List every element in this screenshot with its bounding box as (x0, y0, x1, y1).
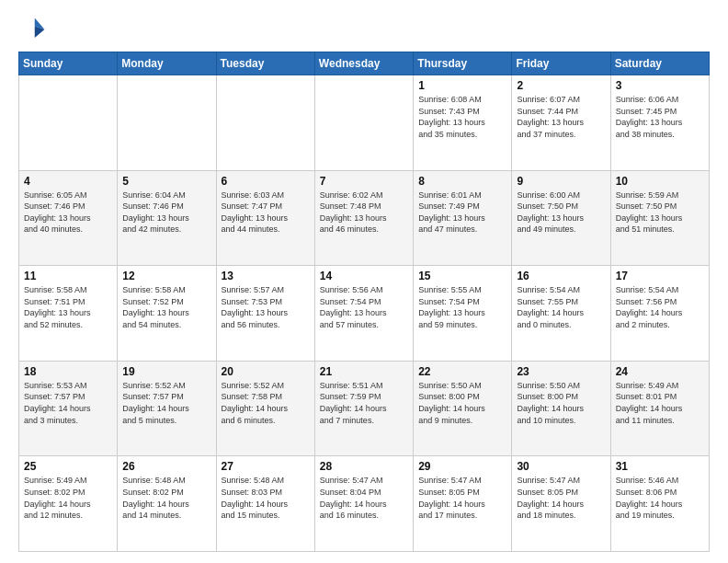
day-info: Sunrise: 6:08 AM Sunset: 7:43 PM Dayligh… (418, 94, 506, 140)
logo-icon (18, 15, 48, 44)
day-info: Sunrise: 5:49 AM Sunset: 8:01 PM Dayligh… (616, 380, 704, 426)
day-number: 13 (222, 270, 310, 282)
calendar-cell: 7Sunrise: 6:02 AM Sunset: 7:48 PM Daylig… (314, 170, 413, 266)
day-info: Sunrise: 5:58 AM Sunset: 7:51 PM Dayligh… (24, 284, 112, 330)
day-number: 3 (616, 79, 704, 92)
calendar-cell: 23Sunrise: 5:50 AM Sunset: 8:00 PM Dayli… (512, 361, 610, 456)
day-info: Sunrise: 5:58 AM Sunset: 7:52 PM Dayligh… (122, 284, 210, 330)
day-number: 21 (320, 365, 408, 378)
day-info: Sunrise: 5:48 AM Sunset: 8:02 PM Dayligh… (122, 475, 210, 521)
day-info: Sunrise: 6:00 AM Sunset: 7:50 PM Dayligh… (517, 190, 605, 236)
day-info: Sunrise: 5:56 AM Sunset: 7:54 PM Dayligh… (320, 284, 408, 330)
day-number: 19 (122, 365, 210, 378)
calendar-cell: 10Sunrise: 5:59 AM Sunset: 7:50 PM Dayli… (610, 170, 709, 266)
weekday-header-row: SundayMondayTuesdayWednesdayThursdayFrid… (19, 52, 710, 75)
calendar-week-row: 1Sunrise: 6:08 AM Sunset: 7:43 PM Daylig… (19, 75, 710, 171)
page: SundayMondayTuesdayWednesdayThursdayFrid… (0, 0, 728, 563)
calendar-week-row: 4Sunrise: 6:05 AM Sunset: 7:46 PM Daylig… (19, 170, 710, 266)
day-number: 15 (418, 270, 506, 282)
day-info: Sunrise: 5:50 AM Sunset: 8:00 PM Dayligh… (418, 380, 506, 426)
day-number: 10 (616, 175, 704, 188)
day-info: Sunrise: 6:05 AM Sunset: 7:46 PM Dayligh… (24, 190, 112, 236)
day-number: 28 (320, 460, 408, 473)
day-info: Sunrise: 6:01 AM Sunset: 7:49 PM Dayligh… (418, 190, 506, 236)
calendar-cell: 27Sunrise: 5:48 AM Sunset: 8:03 PM Dayli… (216, 456, 314, 552)
calendar-cell: 16Sunrise: 5:54 AM Sunset: 7:55 PM Dayli… (512, 266, 610, 362)
calendar-cell: 26Sunrise: 5:48 AM Sunset: 8:02 PM Dayli… (118, 456, 216, 552)
weekday-header-tuesday: Tuesday (216, 52, 314, 75)
day-number: 2 (517, 79, 605, 92)
day-number: 31 (616, 460, 704, 473)
calendar-cell (118, 75, 216, 171)
day-number: 1 (418, 79, 506, 92)
calendar-cell (314, 75, 413, 171)
calendar-cell: 1Sunrise: 6:08 AM Sunset: 7:43 PM Daylig… (414, 75, 512, 171)
day-number: 30 (517, 460, 605, 473)
day-number: 29 (418, 460, 506, 473)
day-number: 26 (122, 460, 210, 473)
day-info: Sunrise: 5:54 AM Sunset: 7:56 PM Dayligh… (616, 284, 704, 330)
weekday-header-saturday: Saturday (610, 52, 709, 75)
calendar-cell: 15Sunrise: 5:55 AM Sunset: 7:54 PM Dayli… (414, 266, 512, 362)
weekday-header-wednesday: Wednesday (314, 52, 413, 75)
calendar-cell: 13Sunrise: 5:57 AM Sunset: 7:53 PM Dayli… (216, 266, 314, 362)
day-info: Sunrise: 5:48 AM Sunset: 8:03 PM Dayligh… (222, 475, 310, 521)
day-number: 22 (418, 365, 506, 378)
calendar-cell: 29Sunrise: 5:47 AM Sunset: 8:05 PM Dayli… (414, 456, 512, 552)
calendar-cell: 21Sunrise: 5:51 AM Sunset: 7:59 PM Dayli… (314, 361, 413, 456)
calendar-cell: 11Sunrise: 5:58 AM Sunset: 7:51 PM Dayli… (19, 266, 118, 362)
logo (18, 15, 51, 44)
calendar-cell: 12Sunrise: 5:58 AM Sunset: 7:52 PM Dayli… (118, 266, 216, 362)
day-number: 23 (517, 365, 605, 378)
day-number: 25 (24, 460, 112, 473)
day-number: 5 (122, 175, 210, 188)
calendar-cell: 9Sunrise: 6:00 AM Sunset: 7:50 PM Daylig… (512, 170, 610, 266)
weekday-header-sunday: Sunday (19, 52, 118, 75)
day-number: 11 (24, 270, 112, 282)
calendar-cell: 20Sunrise: 5:52 AM Sunset: 7:58 PM Dayli… (216, 361, 314, 456)
day-info: Sunrise: 5:54 AM Sunset: 7:55 PM Dayligh… (517, 284, 605, 330)
day-info: Sunrise: 5:51 AM Sunset: 7:59 PM Dayligh… (320, 380, 408, 426)
calendar-cell: 3Sunrise: 6:06 AM Sunset: 7:45 PM Daylig… (610, 75, 709, 171)
calendar-cell: 17Sunrise: 5:54 AM Sunset: 7:56 PM Dayli… (610, 266, 709, 362)
day-number: 8 (418, 175, 506, 188)
calendar-body: 1Sunrise: 6:08 AM Sunset: 7:43 PM Daylig… (19, 75, 710, 552)
day-info: Sunrise: 6:07 AM Sunset: 7:44 PM Dayligh… (517, 94, 605, 140)
day-info: Sunrise: 5:57 AM Sunset: 7:53 PM Dayligh… (222, 284, 310, 330)
calendar-cell: 4Sunrise: 6:05 AM Sunset: 7:46 PM Daylig… (19, 170, 118, 266)
calendar-week-row: 11Sunrise: 5:58 AM Sunset: 7:51 PM Dayli… (19, 266, 710, 362)
calendar-cell: 19Sunrise: 5:52 AM Sunset: 7:57 PM Dayli… (118, 361, 216, 456)
calendar-cell: 8Sunrise: 6:01 AM Sunset: 7:49 PM Daylig… (414, 170, 512, 266)
day-info: Sunrise: 5:59 AM Sunset: 7:50 PM Dayligh… (616, 190, 704, 236)
calendar-cell (216, 75, 314, 171)
day-number: 16 (517, 270, 605, 282)
day-info: Sunrise: 5:47 AM Sunset: 8:04 PM Dayligh… (320, 475, 408, 521)
calendar-cell: 6Sunrise: 6:03 AM Sunset: 7:47 PM Daylig… (216, 170, 314, 266)
day-info: Sunrise: 5:52 AM Sunset: 7:57 PM Dayligh… (122, 380, 210, 426)
day-number: 20 (222, 365, 310, 378)
day-number: 14 (320, 270, 408, 282)
calendar-cell: 18Sunrise: 5:53 AM Sunset: 7:57 PM Dayli… (19, 361, 118, 456)
calendar-cell: 24Sunrise: 5:49 AM Sunset: 8:01 PM Dayli… (610, 361, 709, 456)
day-number: 27 (222, 460, 310, 473)
calendar-cell: 2Sunrise: 6:07 AM Sunset: 7:44 PM Daylig… (512, 75, 610, 171)
day-number: 6 (222, 175, 310, 188)
day-info: Sunrise: 5:50 AM Sunset: 8:00 PM Dayligh… (517, 380, 605, 426)
day-number: 17 (616, 270, 704, 282)
day-number: 4 (24, 175, 112, 188)
day-info: Sunrise: 5:55 AM Sunset: 7:54 PM Dayligh… (418, 284, 506, 330)
day-info: Sunrise: 5:47 AM Sunset: 8:05 PM Dayligh… (517, 475, 605, 521)
day-number: 24 (616, 365, 704, 378)
calendar-week-row: 18Sunrise: 5:53 AM Sunset: 7:57 PM Dayli… (19, 361, 710, 456)
day-number: 12 (122, 270, 210, 282)
day-info: Sunrise: 5:46 AM Sunset: 8:06 PM Dayligh… (616, 475, 704, 521)
weekday-header-monday: Monday (118, 52, 216, 75)
day-number: 9 (517, 175, 605, 188)
calendar-week-row: 25Sunrise: 5:49 AM Sunset: 8:02 PM Dayli… (19, 456, 710, 552)
day-number: 18 (24, 365, 112, 378)
calendar-cell: 31Sunrise: 5:46 AM Sunset: 8:06 PM Dayli… (610, 456, 709, 552)
day-number: 7 (320, 175, 408, 188)
day-info: Sunrise: 6:06 AM Sunset: 7:45 PM Dayligh… (616, 94, 704, 140)
weekday-header-thursday: Thursday (414, 52, 512, 75)
day-info: Sunrise: 6:03 AM Sunset: 7:47 PM Dayligh… (222, 190, 310, 236)
